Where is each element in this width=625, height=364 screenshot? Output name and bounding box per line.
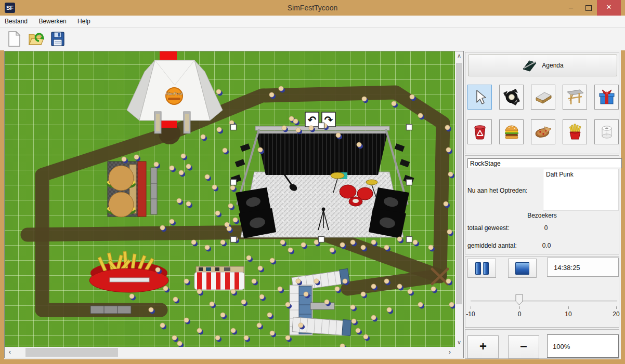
zoom-out-button[interactable]: − (508, 335, 539, 359)
menu-bewerken[interactable]: Bewerken (34, 16, 71, 25)
scroll-left-button[interactable]: ‹ (6, 347, 14, 358)
visitor (387, 307, 393, 314)
bench[interactable] (90, 306, 131, 314)
tool-path-tile[interactable] (531, 85, 555, 110)
simulation-controls-groupbox: 14:38:25 -1001020 (465, 256, 619, 328)
selection-handle[interactable] (319, 237, 324, 242)
bench[interactable] (151, 168, 157, 214)
visitor (170, 166, 176, 172)
visitor (418, 302, 424, 309)
visitor (392, 101, 398, 108)
clock-display[interactable]: 14:38:25 (547, 258, 619, 277)
visitor (363, 334, 370, 341)
visitor (215, 335, 222, 342)
tool-burger[interactable] (499, 119, 524, 144)
selection-handle[interactable] (407, 180, 412, 185)
tool-gate[interactable] (563, 85, 587, 110)
menu-bestand[interactable]: Bestand (0, 16, 32, 25)
new-file-button[interactable] (5, 31, 23, 48)
agenda-label: Agenda (542, 62, 563, 69)
scroll-up-button[interactable]: ∧ (455, 51, 463, 60)
rotate-left-button[interactable]: ↶ (305, 112, 319, 127)
visitor (356, 328, 362, 335)
visitor (258, 266, 264, 273)
visitor (179, 170, 185, 177)
visitor (212, 185, 218, 192)
stop-button[interactable] (508, 259, 537, 278)
open-file-button[interactable] (27, 31, 45, 48)
market-stall[interactable] (194, 266, 244, 290)
now-performing-label: Nu aan het Optreden: (467, 187, 527, 194)
selection-handle[interactable] (407, 237, 412, 242)
visitor (335, 287, 341, 293)
tool-trashcan[interactable] (467, 119, 492, 144)
agenda-button[interactable]: Agenda (468, 55, 617, 76)
visitor (397, 237, 403, 244)
visitor (134, 155, 140, 161)
tool-toilet-paper[interactable] (594, 119, 619, 144)
visitor (259, 294, 266, 301)
fries-icon (566, 123, 584, 141)
visitor (270, 331, 276, 338)
slider-tick-label: 10 (561, 311, 576, 318)
tool-pizza[interactable] (531, 119, 555, 144)
visitor (233, 218, 239, 224)
selection-handle[interactable] (319, 123, 324, 129)
burger-stand[interactable] (107, 161, 146, 217)
tool-gift[interactable] (594, 85, 619, 110)
selection-handle[interactable] (231, 180, 237, 185)
save-button[interactable] (49, 31, 67, 48)
content-area: SimFest (0, 50, 625, 359)
scrollbar-corner (455, 347, 463, 358)
selection-handle[interactable] (231, 125, 237, 130)
visitor (216, 89, 223, 96)
selection-handle[interactable] (407, 125, 412, 130)
spotlight-icon (502, 88, 521, 106)
stage-name-input[interactable] (467, 158, 622, 168)
vertical-scrollbar[interactable]: ∧ ∨ (455, 51, 463, 347)
scroll-down-button[interactable]: ∨ (455, 338, 463, 347)
simfest-logo (166, 88, 183, 104)
pause-button[interactable] (467, 259, 496, 278)
tool-select[interactable] (467, 85, 492, 110)
total-visitors-label: totaal geweest: (467, 224, 510, 232)
tool-spotlight[interactable] (499, 85, 524, 110)
visitor (270, 258, 276, 265)
tools-groupbox: Agenda (465, 52, 619, 154)
vertical-scroll-thumb[interactable] (456, 63, 462, 304)
rotate-left-icon: ↶ (308, 114, 317, 126)
visitor (210, 302, 216, 308)
festival-map-canvas[interactable]: SimFest (5, 51, 455, 347)
minimize-icon: – (569, 3, 573, 11)
close-button[interactable]: ✕ (597, 0, 621, 16)
slider-thumb[interactable] (515, 294, 523, 307)
pause-icon (475, 262, 481, 275)
scroll-right-button[interactable]: › (446, 347, 454, 358)
visitor (215, 211, 222, 218)
horizontal-scroll-thumb[interactable] (25, 348, 118, 357)
slider-tick (616, 306, 617, 309)
close-icon: ✕ (606, 3, 612, 11)
minimize-button[interactable]: – (563, 0, 579, 16)
zoom-level-field[interactable]: 100% (547, 334, 619, 358)
agenda-book-icon (522, 59, 537, 72)
bench[interactable] (310, 303, 334, 309)
selection-handle[interactable] (231, 237, 237, 242)
visitor (173, 297, 179, 304)
visitor (205, 245, 211, 252)
now-performing-box[interactable]: Daft Punk (543, 169, 619, 211)
menu-help[interactable]: Help (73, 16, 95, 25)
speed-slider[interactable]: -1001020 (465, 288, 620, 324)
slider-tick-label: -10 (463, 311, 478, 318)
slider-track[interactable] (471, 300, 617, 302)
side-panel: Agenda (464, 50, 621, 359)
tool-fries[interactable] (563, 119, 587, 144)
main-stage[interactable] (230, 126, 414, 238)
save-floppy-icon (50, 31, 66, 47)
visitors-header: Bezoekers (465, 212, 619, 219)
zoom-in-button[interactable]: + (467, 335, 499, 359)
visitor (231, 328, 237, 335)
visitor (257, 323, 263, 330)
horizontal-scrollbar[interactable]: ‹ › (5, 347, 455, 358)
maximize-button[interactable] (580, 0, 597, 16)
